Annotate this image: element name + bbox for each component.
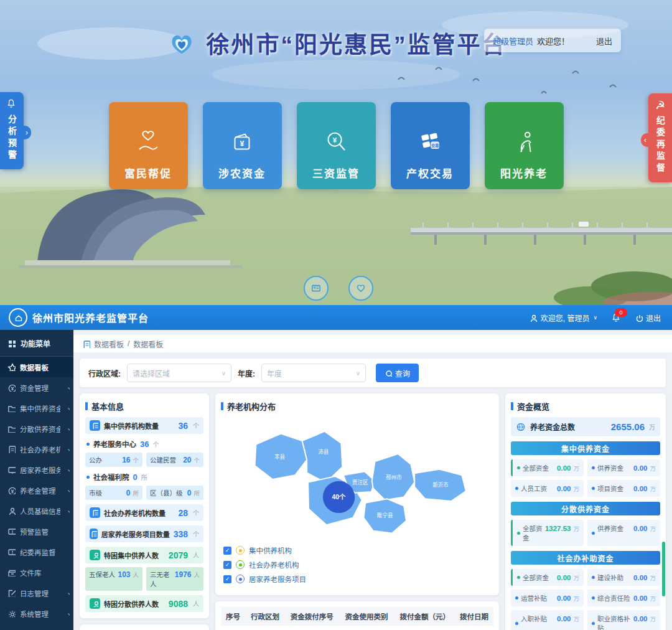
basic-info-title: 基本信息 <box>85 400 203 412</box>
sidebar-item-dashboard[interactable]: 数据看板 <box>0 357 73 377</box>
fund-cell: 建设补助 0.00 万 <box>587 569 660 586</box>
tile-chanquan-jiaoyi[interactable]: 交易 产权交易 <box>391 102 470 189</box>
blue-marker-icon <box>236 575 245 583</box>
stat-row-centralized-institutions: 集中供养机构数量 36 个 <box>85 417 203 434</box>
hero-quick-icons <box>304 276 373 301</box>
sidebar-item-system-management[interactable]: 系统管理 <box>0 603 73 624</box>
fund-cell: 全部资金 0.00 万 <box>511 459 584 476</box>
coin-icon <box>7 383 16 392</box>
chip-sanwu-elderly: 三无老人 1976 人 <box>146 567 203 591</box>
app-title: 徐州市阳光养老监管平台 <box>32 310 149 325</box>
stat-row-decentralized-support-count: 特困分散供养人数 9088 人 <box>85 595 203 612</box>
sidebar-item-discipline-supervision[interactable]: 纪委再监督 <box>0 542 73 562</box>
portal-logo-icon <box>166 27 198 59</box>
svg-text:¥: ¥ <box>333 136 337 144</box>
legend-centralized-institutions[interactable]: ✓ 集中供养机构 <box>223 545 491 555</box>
yellow-marker-icon <box>236 546 245 555</box>
chip-public: 公办 16 个 <box>85 453 142 467</box>
svg-text:新沂市: 新沂市 <box>432 481 449 488</box>
sidebar-item-decentralized-funds[interactable]: 分散供养资金 <box>0 418 73 439</box>
portal-title: 徐州市“阳光惠民”监管平台 <box>207 26 507 60</box>
notification-bell-button[interactable]: 0 <box>611 313 621 322</box>
svg-text:¥: ¥ <box>240 139 245 148</box>
checkbox-checked[interactable]: ✓ <box>223 575 231 583</box>
portal-user-box: 超级管理员 欢迎您！ 退出 <box>484 29 621 52</box>
right-column: 资金概览 养老资金总数 2655.06 万 集中供养资金 全部资金 0.00 万 <box>505 393 666 630</box>
year-select[interactable]: 年度 ∨ <box>261 364 366 382</box>
logout-button[interactable]: 退出 <box>635 313 661 323</box>
section-centralized-funds: 集中供养资金 <box>511 441 660 455</box>
fund-cell: 项目资金 0.00 万 <box>587 480 660 497</box>
heart-hand-icon <box>134 128 162 156</box>
tile-shenong-zijin[interactable]: ¥ 涉农资金 <box>203 102 282 189</box>
header-user-menu[interactable]: 欢迎您, 管理员 ∨ <box>529 313 597 323</box>
tile-label: 涉农资金 <box>218 165 266 181</box>
tile-fumin-bangcu[interactable]: 富民帮促 <box>109 102 188 189</box>
doc-icon <box>90 530 97 537</box>
folder-icon <box>7 425 16 433</box>
sidebar: 功能菜单 数据看板 资金管理 集中供养资金 分散供养资金 社会办养老机构 <box>0 330 73 630</box>
legend-social-institutions[interactable]: ✓ 社会办养老机构 <box>223 560 491 570</box>
bullet-service-center: 养老服务中心 36 个 <box>86 439 202 449</box>
header-welcome: 欢迎您, 管理员 <box>541 313 590 323</box>
dashboard: 徐州市阳光养老监管平台 欢迎您, 管理员 ∨ 0 退出 功能菜单 数据看板 <box>0 305 672 630</box>
xuzhou-district-map[interactable]: 40个 丰县 沛县 贾汪区 邳州市 新沂市 睢宁县 <box>221 418 493 538</box>
sidebar-item-warning-supervision[interactable]: 预警监管 <box>0 521 73 542</box>
funds-table-panel: 序号 行政区划 资金拨付序号 资金使用类别 拨付金额（元） 拨付日期 暂无数据 … <box>215 601 499 630</box>
tile-sanzi-jianguan[interactable]: ¥ 三资监管 <box>297 102 376 189</box>
bullet-welfare-institute: 社会福利院 0 所 <box>86 472 202 482</box>
portal-logout-button[interactable]: 退出 <box>596 35 612 47</box>
sidebar-item-file-library[interactable]: 文件库 <box>0 562 73 583</box>
person-icon <box>91 600 98 607</box>
basic-info-panel: 基本信息 集中供养机构数量 36 个 养老服务中心 36 个 公 <box>80 393 209 618</box>
id-card-circle-button[interactable] <box>304 276 329 301</box>
sidebar-item-home-care-projects[interactable]: 居家养老服务项目 <box>0 459 73 480</box>
sidebar-item-centralized-funds[interactable]: 集中供养资金 <box>0 398 73 418</box>
alert-screen-icon <box>7 527 16 535</box>
sidebar-item-personnel-info[interactable]: 人员基础信息 <box>0 501 73 521</box>
bridge <box>411 222 672 245</box>
checkbox-checked[interactable]: ✓ <box>223 547 231 555</box>
box-icon <box>7 568 16 576</box>
stat-row-social-institutions: 社会办养老机构数量 28 个 <box>85 504 203 521</box>
col-region: 行政区划 <box>246 607 286 626</box>
notification-badge: 0 <box>615 308 627 317</box>
sidebar-item-social-institutions[interactable]: 社会办养老机构 <box>0 439 73 459</box>
app-logo-icon <box>9 308 27 327</box>
chevron-right-icon <box>65 385 70 390</box>
trade-blocks-icon: 交易 <box>416 128 444 156</box>
fund-cell: 入职补贴 0.00 万 <box>511 610 584 630</box>
star-icon <box>7 363 16 371</box>
sidebar-item-fund-management[interactable]: 资金管理 <box>0 377 73 398</box>
col-fund-category: 资金使用类别 <box>340 607 395 626</box>
chevron-right-icon <box>65 447 70 452</box>
heart-circle-button[interactable] <box>348 276 373 301</box>
main-content: 数据看板 / 数据看板 行政区域: 请选择区域 ∨ 年度: 年度 ∨ 查询 <box>73 330 672 630</box>
svg-text:睢宁县: 睢宁县 <box>377 512 393 519</box>
sidebar-item-pension-management[interactable]: 养老金管理 <box>0 480 73 501</box>
fund-cell: 人员工资 0.00 万 <box>511 480 584 497</box>
fund-cell: 全部资金 0.00 万 <box>511 569 584 586</box>
stat-row-centralized-support-count: 特困集中供养人数 2079 人 <box>85 547 203 563</box>
region-select[interactable]: 请选择区域 ∨ <box>127 364 231 382</box>
menu-header-label: 功能菜单 <box>21 338 50 349</box>
filter-bar: 行政区域: 请选择区域 ∨ 年度: 年度 ∨ 查询 <box>80 359 666 387</box>
tile-yangguang-yanglao[interactable]: 阳光养老 <box>485 102 564 189</box>
chevron-down-icon: ∨ <box>593 314 597 321</box>
funds-overview-panel: 资金概览 养老资金总数 2655.06 万 集中供养资金 全部资金 0.00 万 <box>505 393 666 630</box>
fund-cell: 职业资格补贴 0.00 万 <box>587 610 660 630</box>
chevron-right-icon <box>65 611 70 616</box>
legend-home-care-projects[interactable]: ✓ 居家养老服务项目 <box>223 574 491 584</box>
checkbox-checked[interactable]: ✓ <box>223 561 231 569</box>
chip-county-level: 区（县）级 0 所 <box>146 486 203 500</box>
funds-overview-title: 资金概览 <box>511 400 660 412</box>
svg-text:沛县: 沛县 <box>318 448 329 455</box>
total-pension-funds-row: 养老资金总数 2655.06 万 <box>511 417 660 436</box>
sidebar-item-log-management[interactable]: 日志管理 <box>0 583 73 603</box>
stat-row-home-care-projects: 居家养老服务项目数量 338 个 <box>85 525 203 542</box>
chevron-right-icon <box>65 509 70 514</box>
search-button[interactable]: 查询 <box>376 364 419 382</box>
panel-scrollbar-thumb[interactable] <box>662 542 665 596</box>
breadcrumb-root[interactable]: 数据看板 <box>94 339 124 349</box>
globe-icon <box>516 422 526 432</box>
